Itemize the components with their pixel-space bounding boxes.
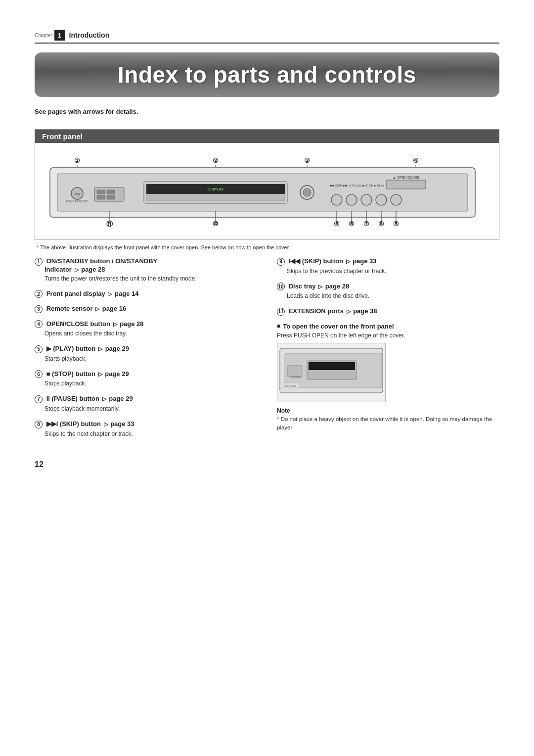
item-5-title: 5 ▶ (PLAY) button ▷ page 29: [35, 345, 257, 353]
chapter-header: Chapter 1 Introduction: [35, 30, 499, 44]
svg-rect-52: [309, 362, 355, 370]
item-3-title: 3 Remote sensor ▷ page 16: [35, 305, 257, 313]
chapter-title: Introduction: [69, 31, 110, 39]
main-title-banner: Index to parts and controls: [35, 52, 499, 97]
section-header: Front panel: [35, 130, 499, 143]
item-1-body: Turns the power on/restores the unit to …: [44, 274, 257, 283]
svg-text:ON/STANDBY: ON/STANDBY: [66, 199, 89, 203]
svg-point-21: [361, 194, 372, 205]
svg-text:④: ④: [413, 157, 419, 164]
svg-text:I◀◀ SKIP ▶▶I II PAUSE ■ STOP ▶: I◀◀ SKIP ▶▶I II PAUSE ■ STOP ▶ PLAY: [328, 184, 384, 187]
svg-rect-8: [97, 195, 105, 199]
item-7-title: 7 II (PAUSE) button ▷ page 29: [35, 395, 257, 403]
svg-text:②: ②: [213, 157, 219, 164]
svg-text:I/O: I/O: [75, 192, 80, 196]
svg-rect-7: [107, 190, 115, 194]
svg-point-20: [346, 194, 357, 205]
descriptions: 1 ON/STANDBY button / ON/STANDBY indicat…: [35, 257, 499, 445]
item-2-title: 2 Front panel display ▷ page 14: [35, 290, 257, 298]
item-8: 8 ▶▶I (SKIP) button ▷ page 33 Skips to t…: [35, 420, 257, 438]
item-10: 10 Disc tray ▷ page 28 Loads a disc into…: [277, 283, 499, 301]
item-5: 5 ▶ (PLAY) button ▷ page 29 Starts playb…: [35, 345, 257, 363]
page-number: 12: [35, 460, 499, 469]
svg-text:DISPLAY: DISPLAY: [207, 187, 224, 191]
item-9: 9 I◀◀ (SKIP) button ▷ page 33 Skips to t…: [277, 257, 499, 276]
svg-text:▲ OPEN/CLOSE: ▲ OPEN/CLOSE: [393, 176, 420, 179]
item-11: 11 EXTENSION ports ▷ page 38: [277, 307, 499, 316]
item-5-body: Starts playback.: [44, 354, 257, 363]
svg-point-15: [303, 189, 311, 196]
svg-rect-17: [386, 180, 426, 189]
item-1-title: 1 ON/STANDBY button / ON/STANDBY indicat…: [35, 257, 257, 273]
subtitle: See pages with arrows for details.: [35, 108, 499, 115]
svg-rect-9: [107, 195, 115, 199]
front-panel-section: Front panel I/O ON/STANDBY: [35, 129, 499, 239]
item-1: 1 ON/STANDBY button / ON/STANDBY indicat…: [35, 257, 257, 283]
item-7: 7 II (PAUSE) button ▷ page 29 Stops play…: [35, 395, 257, 413]
item-4-title: 4 OPEN/CLOSE button ▷ page 28: [35, 320, 257, 329]
illustration-note: * The above illustration displays the fr…: [35, 244, 499, 250]
item-2: 2 Front panel display ▷ page 14: [35, 290, 257, 298]
svg-point-19: [331, 194, 342, 205]
open-cover-section: To open the cover on the front panel Pre…: [277, 323, 499, 402]
front-panel-svg: I/O ON/STANDBY DISPLAY ▲ OPE: [40, 153, 485, 232]
item-6-title: 6 ■ (STOP) button ▷ page 29: [35, 370, 257, 378]
open-cover-body: Press PUSH OPEN on the left edge of the …: [277, 332, 499, 339]
svg-rect-6: [97, 190, 105, 194]
item-8-title: 8 ▶▶I (SKIP) button ▷ page 33: [35, 420, 257, 428]
open-cover-title: To open the cover on the front panel: [277, 323, 499, 330]
item-6-body: Stops playback.: [44, 379, 257, 388]
item-4-body: Opens and closes the disc tray.: [44, 329, 257, 338]
note-title: Note: [277, 407, 499, 414]
front-panel-illustration: I/O ON/STANDBY DISPLAY ▲ OPE: [35, 143, 499, 239]
item-4: 4 OPEN/CLOSE button ▷ page 28 Opens and …: [35, 320, 257, 338]
item-11-title: 11 EXTENSION ports ▷ page 38: [277, 307, 499, 316]
svg-point-22: [376, 194, 387, 205]
small-fp-svg: I/O ON/STANDBY PUSH OPEN: [277, 343, 385, 402]
item-9-body: Skips to the previous chapter or track.: [287, 267, 499, 276]
svg-point-23: [391, 194, 401, 205]
chapter-number: 1: [54, 30, 65, 41]
svg-rect-53: [287, 366, 302, 377]
svg-text:PUSH OPEN: PUSH OPEN: [284, 385, 296, 387]
note-box: Note * Do not place a heavy object on th…: [277, 407, 499, 432]
svg-text:①: ①: [74, 157, 80, 164]
note-body: * Do not place a heavy object on the cov…: [277, 415, 499, 432]
small-front-panel-illustration: I/O ON/STANDBY PUSH OPEN: [277, 343, 386, 402]
svg-text:③: ③: [304, 157, 310, 164]
item-3: 3 Remote sensor ▷ page 16: [35, 305, 257, 313]
item-7-body: Stops playback momentarily.: [44, 404, 257, 413]
main-title: Index to parts and controls: [54, 61, 480, 88]
page: Chapter 1 Introduction Index to parts an…: [0, 0, 534, 756]
item-8-body: Skips to the next chapter or track.: [44, 429, 257, 438]
left-column: 1 ON/STANDBY button / ON/STANDBY indicat…: [35, 257, 257, 445]
chapter-label: Chapter: [35, 33, 52, 38]
item-10-body: Loads a disc into the disc drive.: [287, 291, 499, 300]
item-10-title: 10 Disc tray ▷ page 28: [277, 283, 499, 291]
item-9-title: 9 I◀◀ (SKIP) button ▷ page 33: [277, 257, 499, 266]
item-6: 6 ■ (STOP) button ▷ page 29 Stops playba…: [35, 370, 257, 388]
right-column: 9 I◀◀ (SKIP) button ▷ page 33 Skips to t…: [277, 257, 499, 445]
